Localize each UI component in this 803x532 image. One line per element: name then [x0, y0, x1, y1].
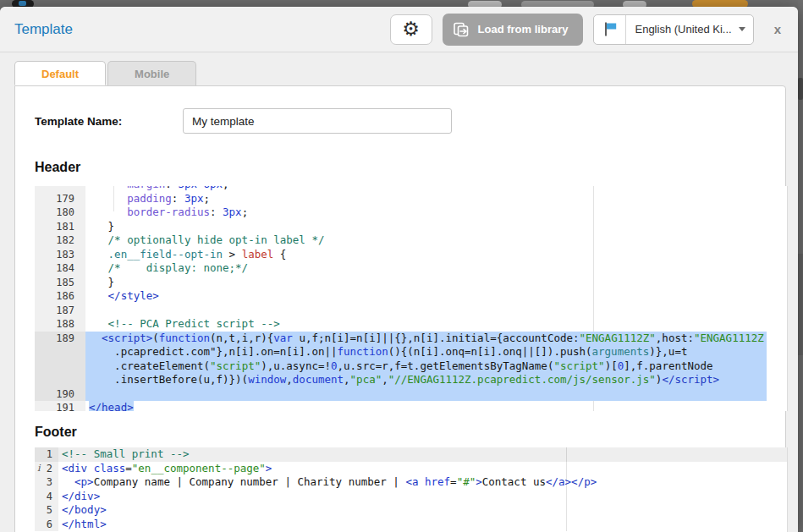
tab-bar: Default Mobile [14, 61, 798, 85]
line-number: 182 [35, 233, 85, 248]
template-name-label: Template Name: [35, 115, 183, 128]
code-line[interactable]: .createElement("script"),u.async=!0,u.sr… [85, 359, 787, 374]
header-code-editor[interactable]: 179180181182183184185186187188189190191 … [35, 186, 788, 411]
line-number: 189 [35, 332, 85, 346]
code-token: Company name | Company number | Charity … [94, 475, 406, 488]
code-line[interactable]: .insertBefore(u,f)})(window,document,"pc… [85, 373, 787, 387]
footer-editor-gutter: 12i3456 [35, 447, 58, 531]
code-token: "//ENGAG1112Z.pcapredict.com/js/sensor.j… [388, 373, 656, 386]
tab-content-panel: Template Name: Header 179180181182183184… [14, 85, 786, 532]
line-number: 5 [35, 503, 58, 518]
code-token: </body> [62, 503, 107, 516]
code-token: </html> [62, 518, 107, 530]
code-token: )},u=t [649, 345, 687, 358]
code-token: "script" [210, 359, 261, 372]
tab-mobile[interactable]: Mobile [107, 61, 196, 85]
code-line[interactable] [85, 304, 787, 318]
code-token: </head> [89, 401, 134, 411]
code-line[interactable]: } [85, 220, 787, 234]
code-line[interactable]: /* optionally hide opt-in label */ [85, 233, 787, 248]
code-token: .en__field--opt-in [89, 248, 223, 261]
code-line[interactable]: </head> [85, 401, 787, 411]
code-token: .pcapredict.com"},n[i].on=n[i].on|| [89, 345, 338, 358]
code-token: function [159, 332, 210, 344]
header-editor-code[interactable]: margin: 3px 6px; padding: 3px; border-ra… [85, 186, 787, 411]
code-line[interactable]: .en__field--opt-in > label { [85, 248, 787, 262]
tab-default[interactable]: Default [14, 61, 106, 85]
code-line[interactable]: <script>(function(n,t,i,r){var u,f;n[i]=… [85, 332, 787, 346]
code-line[interactable]: <p>Company name | Company number | Chari… [58, 475, 787, 490]
line-number [35, 359, 85, 374]
code-line[interactable]: /* display: none;*/ [85, 261, 787, 276]
line-number: 180 [35, 206, 85, 220]
code-token: label [242, 248, 274, 261]
footer-editor-code[interactable]: <!-- Small print --><div class="en__comp… [58, 447, 787, 531]
editor-inner: 12i3456 <!-- Small print --><div class="… [35, 447, 787, 531]
code-line[interactable]: } [85, 276, 787, 290]
line-number: 6 [35, 518, 58, 532]
code-token: = [450, 475, 457, 488]
code-line[interactable]: <!-- Small print --> [58, 447, 787, 462]
code-rows: <!-- Small print --><div class="en__comp… [58, 447, 787, 531]
chevron-down-icon [739, 27, 745, 31]
code-token: "ENGAG1112Z [694, 332, 764, 344]
code-line[interactable]: </style> [85, 289, 787, 304]
code-token: <!-- PCA Predict script --> [89, 317, 280, 330]
code-token: padding [89, 192, 172, 205]
code-token: 3px [223, 206, 242, 218]
load-from-library-label: Load from library [478, 23, 569, 36]
code-token: function [338, 345, 388, 358]
line-number: 183 [35, 248, 85, 262]
line-number: 179 [35, 192, 85, 206]
code-line[interactable]: <div class="en__component--page"> [58, 462, 787, 476]
code-line[interactable]: </div> [58, 490, 787, 504]
line-number: 188 [35, 317, 85, 332]
code-line[interactable]: <!-- PCA Predict script --> [85, 317, 787, 332]
code-token: { [273, 248, 286, 261]
language-dropdown[interactable]: English (United Ki... [593, 14, 753, 45]
code-token: "ENGAG1112Z" [580, 332, 656, 344]
code-token: /* optionally hide opt-in label */ [89, 233, 324, 246]
code-line[interactable]: padding: 3px; [85, 192, 787, 206]
header-editor-gutter: 179180181182183184185186187188189190191 [35, 186, 85, 411]
settings-button[interactable]: ⚙ [390, 14, 432, 45]
code-line[interactable] [85, 387, 787, 402]
code-token: ,host: [656, 332, 694, 344]
footer-code-editor[interactable]: 12i3456 <!-- Small print --><div class="… [35, 447, 788, 532]
code-token: Contact us [482, 475, 546, 488]
code-token: > [266, 462, 272, 474]
code-rows: margin: 3px 6px; padding: 3px; border-ra… [85, 186, 787, 411]
line-number: 187 [35, 304, 85, 318]
code-line[interactable]: .pcapredict.com"},n[i].on=n[i].on||funct… [85, 345, 787, 359]
code-token: class [94, 462, 126, 474]
language-value: English (United Ki... [626, 23, 738, 36]
code-line[interactable]: border-radius: 3px; [85, 206, 787, 220]
footer-section-heading: Footer [35, 425, 785, 440]
library-icon [453, 21, 470, 38]
template-dialog: Template ⚙ Load from library [0, 7, 798, 532]
close-button[interactable]: x [769, 19, 786, 40]
line-number: 186 [35, 289, 85, 304]
code-token: </a></p> [546, 475, 597, 488]
code-token: "#" [457, 475, 476, 488]
annotation-icon: i [37, 462, 41, 476]
line-number: 191 [35, 401, 85, 411]
template-name-input[interactable] [183, 108, 452, 134]
backdrop-fragment [798, 254, 803, 355]
code-token: : [210, 206, 223, 218]
code-line[interactable]: </body> [58, 503, 787, 518]
code-token: 3px [184, 192, 204, 205]
code-token: , [344, 373, 350, 386]
code-token: ; [223, 186, 229, 190]
editor-inner: 179180181182183184185186187188189190191 … [35, 186, 787, 411]
code-token: = [125, 462, 132, 474]
load-from-library-button[interactable]: Load from library [443, 14, 584, 46]
code-line[interactable]: </html> [58, 518, 787, 532]
code-token: window [248, 373, 286, 386]
code-token: (){(n[i].onq=n[i].onq||[]).push( [388, 345, 592, 358]
code-token: } [89, 276, 114, 288]
code-token: (n,t,i,r){ [210, 332, 273, 344]
code-token: ],f.parentNode [624, 359, 712, 372]
code-token: /* display: none;*/ [89, 261, 248, 274]
backdrop-logo-accent [19, 1, 26, 6]
